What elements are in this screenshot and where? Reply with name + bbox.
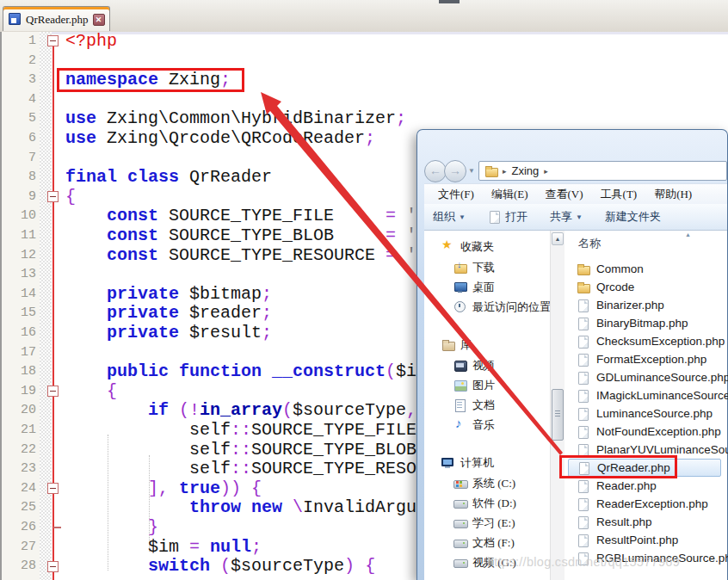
file-item[interactable]: IMagickLuminanceSource.php [568, 386, 721, 404]
nav-item[interactable]: 最近访问的位置 [453, 298, 551, 317]
menu-item[interactable]: 编辑(E) [483, 187, 537, 202]
open-file-icon [488, 211, 502, 223]
nav-item[interactable]: 学习 (E:) [453, 514, 515, 533]
file-item[interactable]: Result.php [568, 513, 721, 531]
nav-item[interactable]: 视频 [453, 356, 495, 375]
code-line[interactable]: <?php [65, 32, 117, 52]
nav-section[interactable]: 库 [441, 336, 472, 355]
code-token [169, 400, 179, 420]
menu-item[interactable]: 查看(V) [537, 187, 592, 202]
file-item[interactable]: GDLuminanceSource.php [568, 368, 721, 386]
code-token: :: [231, 420, 251, 440]
nav-item[interactable]: 音乐 [453, 416, 495, 435]
menu-item[interactable]: 文件(F) [429, 187, 483, 202]
code-line[interactable]: throw new \InvalidArgu [65, 498, 416, 518]
code-token: InvalidArgu [303, 497, 416, 517]
code-line[interactable]: $im = null; [65, 538, 262, 558]
code-token: { [65, 187, 76, 207]
scrollbar-thumb[interactable] [552, 389, 564, 441]
code-token [65, 225, 107, 245]
sort-ascending-icon[interactable]: ▲ [685, 231, 691, 238]
menu-item[interactable]: 帮助(H) [645, 187, 700, 202]
file-item[interactable]: ResultPoint.php [568, 531, 721, 549]
nav-item[interactable]: 系统 (C:) [453, 474, 515, 493]
code-line[interactable]: const SOURCE_TYPE_BLOB = ' [65, 226, 416, 246]
file-item[interactable]: BinaryBitmap.php [568, 314, 721, 332]
code-line[interactable]: if (!in_array($sourceType, [65, 401, 416, 421]
fold-marker[interactable] [47, 386, 59, 397]
nav-section[interactable]: 计算机 [441, 454, 494, 472]
tab-close-icon[interactable]: ✕ [93, 14, 105, 26]
toolbar-button[interactable]: 共享▼ [550, 209, 583, 225]
fold-marker[interactable] [47, 35, 59, 46]
nav-section[interactable]: 收藏夹 [441, 238, 494, 256]
code-line[interactable]: self::SOURCE_TYPE_FILE [65, 421, 416, 441]
file-highlight-box [559, 455, 677, 478]
file-item[interactable]: Reader.php [568, 477, 721, 495]
file-icon [577, 498, 590, 510]
file-item[interactable]: ChecksumException.php [568, 332, 721, 350]
nav-item-label: 音乐 [472, 417, 495, 433]
code-token [200, 537, 210, 557]
code-token: = [386, 225, 396, 245]
nav-item[interactable]: 下载 [453, 258, 495, 277]
history-dropdown-icon[interactable]: ▼ [468, 167, 475, 175]
scroll-up-icon[interactable]: ▲ [552, 232, 564, 245]
nav-item-label: 系统 (C:) [472, 476, 515, 491]
forward-button[interactable]: → [444, 160, 466, 182]
fold-scope-line [52, 46, 54, 580]
nav-item[interactable]: 文档 (F:) [453, 534, 515, 552]
code-line[interactable]: ], true)) { [65, 479, 262, 499]
nav-item[interactable]: 文档 [453, 396, 495, 415]
column-header-name[interactable]: 名称 [578, 236, 601, 251]
file-item[interactable]: NotFoundException.php [568, 423, 721, 441]
code-line[interactable]: } [65, 518, 158, 538]
menu-item[interactable]: 工具(T) [592, 187, 646, 202]
scrollbar[interactable]: ▲ [550, 231, 565, 580]
breadcrumb[interactable]: Zxing [511, 164, 539, 177]
code-line[interactable]: final class QrReader [65, 168, 272, 188]
code-line[interactable]: { [65, 382, 117, 402]
line-number: 27 [2, 538, 36, 558]
file-item[interactable]: ReaderException.php [568, 495, 721, 513]
code-token: const [107, 206, 158, 225]
code-line[interactable]: const SOURCE_TYPE_FILE = ' [65, 207, 416, 226]
code-token [65, 381, 107, 401]
code-token: = [386, 206, 396, 225]
code-line[interactable]: { [65, 188, 76, 207]
code-line[interactable]: private $bitmap; [65, 285, 272, 305]
nav-item[interactable]: 软件 (D:) [453, 494, 516, 513]
code-line[interactable]: self::SOURCE_TYPE_BLOB [65, 441, 416, 460]
code-line[interactable]: public function __construct($i [65, 362, 416, 382]
line-number: 15 [2, 304, 36, 324]
file-item[interactable]: Common [568, 260, 721, 278]
toolbar-button-label: 共享 [550, 209, 572, 225]
breadcrumb-separator-icon: ▸ [544, 167, 548, 176]
code-line[interactable]: use Zxing\Common\HybridBinarizer; [65, 109, 406, 129]
toolbar-button[interactable]: 组织▼ [433, 209, 466, 225]
toolbar-button[interactable]: 打开 [488, 209, 527, 225]
address-bar[interactable]: ▸ Zxing ▸ [478, 161, 727, 181]
editor-tab[interactable]: QrReader.php ✕ [3, 6, 110, 31]
code-token: SOURCE_TYPE_FILE [158, 206, 386, 225]
fold-marker[interactable] [47, 191, 59, 202]
file-item[interactable]: FormatException.php [568, 350, 721, 368]
file-item[interactable]: Qrcode [568, 278, 721, 296]
code-line[interactable]: switch ($sourceType) { [65, 557, 375, 577]
file-item[interactable]: Binarizer.php [568, 296, 721, 314]
file-item[interactable]: LuminanceSource.php [568, 404, 721, 423]
toolbar-button[interactable]: 新建文件夹 [605, 209, 661, 225]
nav-item[interactable]: 桌面 [453, 278, 495, 297]
code-line[interactable]: private $result; [65, 324, 272, 343]
code-line[interactable]: use Zxing\Qrcode\QRCodeReader; [65, 129, 375, 149]
library-icon [441, 339, 455, 351]
nav-item-label: 软件 (D:) [472, 496, 516, 511]
file-name: FormatException.php [596, 353, 706, 366]
nav-item[interactable]: 图片 [453, 376, 495, 395]
code-line[interactable]: self::SOURCE_TYPE_RESO [65, 460, 416, 479]
fold-marker[interactable] [47, 483, 59, 494]
fold-marker[interactable] [47, 561, 59, 572]
code-line[interactable]: const SOURCE_TYPE_RESOURCE = ' [65, 246, 416, 266]
fold-end-tick [53, 527, 61, 528]
code-line[interactable]: private $reader; [65, 304, 272, 324]
